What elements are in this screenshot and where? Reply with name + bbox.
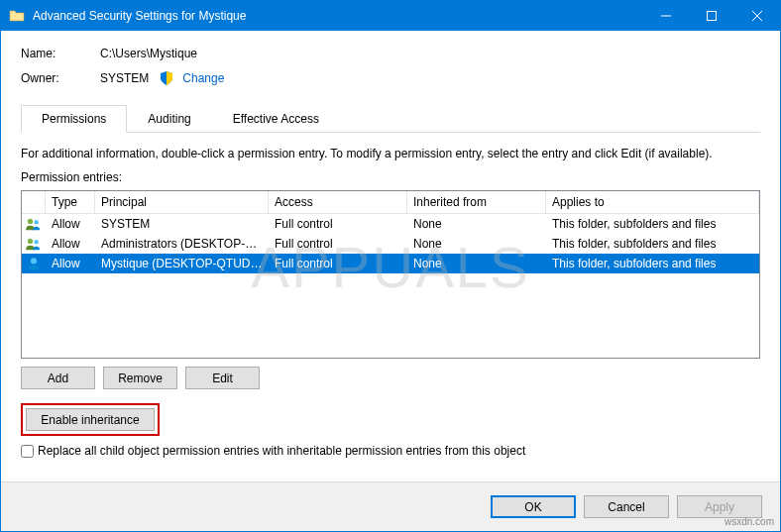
folder-icon — [9, 8, 25, 24]
cell-principal: Mystique (DESKTOP-QTUD8T... — [95, 255, 269, 272]
entries-label: Permission entries: — [21, 170, 760, 184]
cell-inherited: None — [407, 235, 546, 253]
owner-row: Owner: SYSTEM Change — [21, 70, 760, 86]
cell-inherited: None — [407, 255, 546, 272]
edit-button[interactable]: Edit — [185, 367, 260, 389]
tab-effective-access[interactable]: Effective Access — [212, 105, 340, 133]
entry-buttons-row: Add Remove Edit — [21, 367, 760, 389]
column-applies[interactable]: Applies to — [546, 191, 759, 213]
people-icon — [22, 217, 46, 231]
cell-access: Full control — [269, 215, 407, 233]
permission-entries-table: Type Principal Access Inherited from App… — [21, 190, 760, 359]
cell-applies: This folder, subfolders and files — [546, 235, 759, 253]
table-row[interactable]: AllowSYSTEMFull controlNoneThis folder, … — [22, 214, 759, 234]
apply-button[interactable]: Apply — [677, 495, 762, 518]
dialog-footer: OK Cancel Apply — [1, 481, 780, 531]
svg-point-5 — [34, 220, 38, 224]
replace-checkbox-row: Replace all child object permission entr… — [21, 444, 760, 458]
owner-label: Owner: — [21, 71, 100, 85]
window-controls — [643, 1, 780, 31]
remove-button[interactable]: Remove — [103, 367, 177, 389]
minimize-button[interactable] — [643, 1, 689, 31]
window-title: Advanced Security Settings for Mystique — [33, 9, 643, 23]
svg-point-8 — [31, 258, 37, 264]
replace-children-label[interactable]: Replace all child object permission entr… — [38, 444, 525, 458]
svg-point-6 — [28, 239, 33, 244]
name-label: Name: — [21, 47, 100, 60]
inheritance-row: Enable inheritance — [21, 403, 760, 436]
info-text: For additional information, double-click… — [21, 147, 760, 160]
tab-permissions[interactable]: Permissions — [21, 105, 127, 133]
cell-applies: This folder, subfolders and files — [546, 215, 759, 233]
enable-inheritance-button[interactable]: Enable inheritance — [26, 408, 155, 431]
credit-text: wsxdn.com — [725, 516, 774, 527]
person-icon — [22, 257, 46, 270]
svg-point-4 — [28, 219, 33, 224]
ok-button[interactable]: OK — [491, 495, 576, 518]
cell-principal: SYSTEM — [95, 215, 269, 233]
content-area: APPUALS Name: C:\Users\Mystique Owner: S… — [1, 31, 780, 531]
name-value: C:\Users\Mystique — [100, 47, 197, 60]
tab-auditing[interactable]: Auditing — [127, 105, 211, 133]
tab-bar: Permissions Auditing Effective Access — [21, 104, 760, 133]
column-icon[interactable] — [22, 191, 46, 213]
cell-principal: Administrators (DESKTOP-QT... — [95, 235, 269, 253]
titlebar: Advanced Security Settings for Mystique — [1, 1, 780, 31]
cell-access: Full control — [269, 255, 407, 272]
column-type[interactable]: Type — [46, 191, 95, 213]
cell-applies: This folder, subfolders and files — [546, 255, 759, 272]
cell-type: Allow — [46, 215, 95, 233]
close-button[interactable] — [734, 1, 780, 31]
cell-inherited: None — [407, 215, 546, 233]
column-principal[interactable]: Principal — [95, 191, 269, 213]
name-row: Name: C:\Users\Mystique — [21, 47, 760, 60]
svg-rect-1 — [708, 12, 717, 21]
change-owner-link[interactable]: Change — [182, 71, 224, 85]
cell-type: Allow — [46, 235, 95, 253]
column-inherited[interactable]: Inherited from — [407, 191, 546, 213]
cell-access: Full control — [269, 235, 407, 253]
cancel-button[interactable]: Cancel — [584, 495, 669, 518]
security-settings-window: Advanced Security Settings for Mystique … — [0, 0, 781, 532]
highlight-box: Enable inheritance — [21, 403, 160, 436]
owner-value: SYSTEM — [100, 71, 149, 85]
maximize-button[interactable] — [689, 1, 734, 31]
cell-type: Allow — [46, 255, 95, 272]
table-row[interactable]: AllowAdministrators (DESKTOP-QT...Full c… — [22, 234, 759, 254]
column-access[interactable]: Access — [269, 191, 407, 213]
shield-icon — [159, 70, 174, 86]
table-row[interactable]: AllowMystique (DESKTOP-QTUD8T...Full con… — [22, 254, 759, 273]
people-icon — [22, 237, 46, 251]
add-button[interactable]: Add — [21, 367, 95, 389]
replace-children-checkbox[interactable] — [21, 445, 34, 458]
table-header: Type Principal Access Inherited from App… — [22, 191, 759, 214]
svg-point-7 — [34, 240, 38, 244]
table-body: AllowSYSTEMFull controlNoneThis folder, … — [22, 214, 759, 273]
